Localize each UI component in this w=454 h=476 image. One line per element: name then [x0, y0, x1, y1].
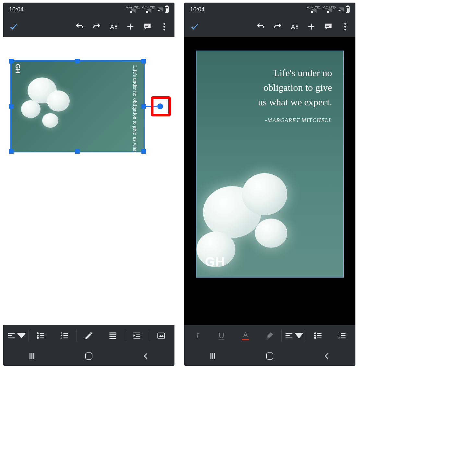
navigation-bar [184, 346, 355, 366]
svg-text:2: 2 [338, 334, 340, 337]
undo-button[interactable] [72, 19, 88, 34]
phone-screen-left: 10:04 Vo)) LTE1 Vo)) LTE2 A [3, 3, 174, 366]
status-time: 10:04 [9, 6, 24, 13]
svg-marker-11 [17, 333, 26, 339]
nav-back-button[interactable] [136, 350, 156, 363]
svg-point-47 [315, 333, 316, 334]
more-button[interactable] [156, 19, 172, 34]
annotation-highlight-box [151, 96, 171, 116]
app-toolbar: A [3, 16, 174, 37]
status-bar: 10:04 Vo)) LTE1 Vo)) LTE2 [3, 3, 174, 16]
justify-button[interactable] [101, 325, 125, 346]
nav-back-button[interactable] [317, 350, 337, 363]
image-watermark: GH [205, 255, 225, 269]
confirm-button[interactable] [187, 19, 202, 34]
status-time: 10:04 [190, 6, 205, 13]
format-toolbar: I U A 123 [184, 325, 355, 346]
resize-handle-b[interactable] [75, 149, 80, 154]
signal-icon [158, 7, 163, 11]
svg-text:A: A [110, 23, 114, 30]
resize-handle-bl[interactable] [9, 149, 14, 154]
numbered-list-button[interactable]: 123 [330, 325, 354, 346]
text-color-button[interactable]: A [233, 325, 257, 346]
svg-point-14 [37, 337, 38, 339]
redo-button[interactable] [89, 19, 104, 34]
svg-text:1: 1 [61, 332, 62, 334]
svg-marker-34 [159, 335, 164, 337]
signal-icon [339, 7, 344, 11]
svg-text:2: 2 [61, 334, 62, 337]
indent-button[interactable] [125, 325, 149, 346]
align-button[interactable] [282, 325, 306, 346]
svg-point-12 [37, 333, 38, 334]
comment-button[interactable] [139, 19, 155, 34]
status-indicators: Vo)) LTE1 Vo)) LTE+ [307, 6, 350, 13]
nav-recent-button[interactable] [203, 350, 222, 363]
image-quote-text: Life's under no obligation to give us wh… [126, 65, 138, 149]
battery-icon [165, 6, 169, 13]
add-button[interactable] [304, 19, 319, 34]
app-toolbar: A [184, 16, 355, 37]
resize-handle-t[interactable] [75, 59, 80, 64]
undo-button[interactable] [253, 19, 269, 34]
numbered-list-button[interactable]: 123 [53, 325, 77, 346]
bullet-list-button[interactable] [306, 325, 330, 346]
document-canvas[interactable]: Life's under no obligation to give us wh… [3, 37, 174, 325]
edit-button[interactable] [77, 325, 101, 346]
resize-handle-tr[interactable] [141, 59, 146, 64]
image-quote-text: Life's under no obligation to give us wh… [258, 65, 332, 124]
svg-point-48 [315, 335, 316, 336]
selected-image[interactable]: Life's under no obligation to give us wh… [196, 51, 344, 278]
status-bar: 10:04 Vo)) LTE1 Vo)) LTE+ [184, 3, 355, 16]
align-button[interactable] [5, 325, 29, 346]
resize-handle-tl[interactable] [9, 59, 14, 64]
svg-rect-33 [158, 333, 165, 338]
redo-button[interactable] [270, 19, 285, 34]
resize-handle-br[interactable] [141, 149, 146, 154]
add-button[interactable] [123, 19, 138, 34]
insert-image-button[interactable] [149, 325, 173, 346]
bullet-list-button[interactable] [29, 325, 53, 346]
image-watermark: GH [14, 64, 21, 74]
confirm-button[interactable] [6, 19, 21, 34]
highlight-button[interactable] [257, 325, 281, 346]
phone-screen-right: 10:04 Vo)) LTE1 Vo)) LTE+ A [184, 3, 355, 366]
svg-text:1: 1 [338, 332, 340, 334]
svg-marker-32 [134, 335, 135, 337]
navigation-bar [3, 346, 174, 366]
format-toolbar: 123 [3, 325, 174, 346]
underline-button[interactable]: U [209, 325, 233, 346]
svg-point-49 [315, 337, 316, 339]
svg-text:A: A [291, 23, 295, 30]
svg-text:3: 3 [61, 337, 62, 339]
comment-button[interactable] [320, 19, 336, 34]
resize-handle-l[interactable] [9, 104, 14, 109]
nav-recent-button[interactable] [22, 350, 42, 363]
document-canvas[interactable]: Life's under no obligation to give us wh… [184, 37, 355, 325]
svg-text:3: 3 [338, 337, 340, 339]
battery-icon [346, 6, 350, 13]
image-flowers [15, 71, 79, 136]
svg-point-13 [37, 335, 38, 336]
nav-home-button[interactable] [79, 350, 99, 363]
text-format-button[interactable]: A [106, 19, 121, 34]
more-button[interactable] [337, 19, 353, 34]
status-indicators: Vo)) LTE1 Vo)) LTE2 [126, 6, 169, 13]
selected-image[interactable]: Life's under no obligation to give us wh… [10, 60, 145, 152]
nav-home-button[interactable] [260, 350, 280, 363]
italic-button[interactable]: I [185, 325, 209, 346]
text-format-button[interactable]: A [287, 19, 302, 34]
svg-marker-46 [294, 333, 304, 339]
